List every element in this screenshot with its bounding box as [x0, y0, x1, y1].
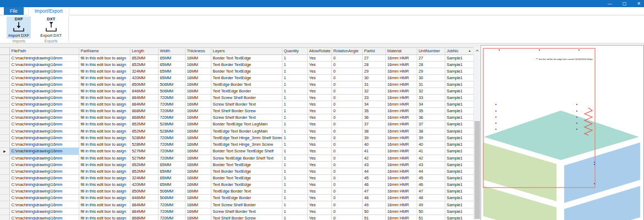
cell-Width[interactable]: 506MM: [158, 195, 185, 201]
cell-JobNo[interactable]: Sample1: [445, 155, 473, 161]
cell-Quantity[interactable]: 1: [282, 182, 307, 188]
cell-Width[interactable]: 528MM: [158, 128, 185, 134]
row-header[interactable]: [0, 195, 9, 201]
cell-FilePath[interactable]: C:\machining\drawing\16mm: [9, 81, 79, 87]
cell-AllowRotate[interactable]: Yes: [307, 168, 331, 175]
cell-Width[interactable]: 720MM: [158, 95, 185, 101]
column-header-AllowRotate[interactable]: AllowRotate: [307, 48, 331, 54]
cell-PartName[interactable]: fill in this edit box to asign: [79, 54, 130, 61]
cell-Quantity[interactable]: 1: [282, 175, 307, 182]
cell-PartId[interactable]: 32: [362, 87, 385, 94]
cell-Length[interactable]: 884MM: [130, 95, 158, 101]
cell-Thickness[interactable]: 16MM: [185, 81, 211, 87]
cell-Layers[interactable]: Text Shelf Border Screw: [211, 108, 282, 114]
cell-Layers[interactable]: Border Text Screw TextEdge Shelf: [211, 147, 282, 155]
cell-PartName[interactable]: fill in this edit box to asign: [79, 121, 130, 128]
cell-AllowRotate[interactable]: Yes: [307, 175, 331, 182]
grid-vertical-scrollbar[interactable]: [473, 47, 480, 220]
cell-Length[interactable]: 527MM: [130, 155, 158, 161]
cell-JobNo[interactable]: Sample1: [445, 95, 473, 101]
column-header-Layers[interactable]: Layers: [211, 48, 282, 54]
cell-JobNo[interactable]: Sample1: [445, 168, 473, 175]
cell-Width[interactable]: 65MM: [158, 68, 185, 74]
cell-FilePath[interactable]: C:\machining\drawing\16mm: [9, 195, 79, 201]
cell-RotationAngle[interactable]: 0: [331, 81, 362, 87]
cell-AllowRotate[interactable]: Yes: [307, 128, 331, 134]
cell-FilePath[interactable]: C:\machining\drawing\16mm: [9, 95, 79, 101]
cell-JobNo[interactable]: Sample1: [445, 101, 473, 108]
cell-PartName[interactable]: fill in this edit box to asign: [79, 114, 130, 121]
cell-RotationAngle[interactable]: 0: [331, 134, 362, 141]
cell-Material[interactable]: 16mm HMR: [385, 182, 417, 188]
cell-JobNo[interactable]: Sample1: [445, 175, 473, 182]
row-header[interactable]: [0, 215, 9, 220]
cell-PartName[interactable]: fill in this edit box to asign: [79, 201, 130, 208]
cell-FilePath[interactable]: C:\machining\drawing\16mm: [9, 108, 79, 114]
cell-AllowRotate[interactable]: Yes: [307, 195, 331, 201]
row-header[interactable]: [0, 54, 9, 61]
cell-PartId[interactable]: 45: [362, 175, 385, 182]
cell-Material[interactable]: 16mm HMR: [385, 161, 417, 168]
cell-Layers[interactable]: Text Border TextEdge: [211, 74, 282, 81]
cell-Thickness[interactable]: 16MM: [185, 195, 211, 201]
cell-Thickness[interactable]: 16MM: [185, 128, 211, 134]
tab-file[interactable]: File: [4, 7, 24, 15]
cell-Thickness[interactable]: 16MM: [185, 168, 211, 175]
cell-Length[interactable]: 884MM: [130, 201, 158, 208]
cell-PartId[interactable]: 48: [362, 195, 385, 201]
cell-Layers[interactable]: Screw Shelf Border Text: [211, 208, 282, 215]
cell-Material[interactable]: 16mm HMR: [385, 121, 417, 128]
cell-Width[interactable]: 65MM: [158, 54, 185, 61]
cell-JobNo[interactable]: Sample1: [445, 121, 473, 128]
cell-PartName[interactable]: fill in this edit box to asign: [79, 208, 130, 215]
column-header-FilePath[interactable]: FilePath: [9, 48, 79, 54]
cell-AllowRotate[interactable]: Yes: [307, 134, 331, 141]
cell-Thickness[interactable]: 16MM: [185, 141, 211, 147]
cell-Material[interactable]: 16mm HMR: [385, 147, 417, 155]
cell-Material[interactable]: 16mm HMR: [385, 61, 417, 68]
cell-Length[interactable]: 846MM: [130, 195, 158, 201]
cell-PartName[interactable]: fill in this edit box to asign: [79, 61, 130, 68]
cell-AllowRotate[interactable]: Yes: [307, 87, 331, 94]
row-header[interactable]: [0, 175, 9, 182]
cell-Quantity[interactable]: 1: [282, 155, 307, 161]
cell-UnitNumber[interactable]: 27: [417, 54, 445, 61]
scroll-up-button[interactable]: [474, 47, 480, 54]
cell-PartId[interactable]: 35: [362, 108, 385, 114]
cell-FilePath[interactable]: C:\machining\drawing\16mm: [9, 128, 79, 134]
cell-UnitNumber[interactable]: 36: [417, 114, 445, 121]
cell-RotationAngle[interactable]: 0: [331, 141, 362, 147]
cell-UnitNumber[interactable]: 47: [417, 188, 445, 195]
row-header[interactable]: [0, 87, 9, 94]
cell-PartId[interactable]: 40: [362, 141, 385, 147]
cell-Quantity[interactable]: 1: [282, 68, 307, 74]
tab-import-export[interactable]: Import/Export: [28, 7, 69, 15]
cell-PartId[interactable]: 46: [362, 182, 385, 188]
row-header[interactable]: [0, 121, 9, 128]
cell-Layers[interactable]: Text Border TextEdge: [211, 61, 282, 68]
cell-Thickness[interactable]: 16MM: [185, 215, 211, 220]
cell-Thickness[interactable]: 16MM: [185, 68, 211, 74]
cell-UnitNumber[interactable]: 51: [417, 215, 445, 220]
cell-Quantity[interactable]: 1: [282, 188, 307, 195]
row-header[interactable]: [0, 188, 9, 195]
cell-RotationAngle[interactable]: 0: [331, 215, 362, 220]
cell-Quantity[interactable]: 1: [282, 108, 307, 114]
cell-PartName[interactable]: fill in this edit box to asign: [79, 74, 130, 81]
cell-AllowRotate[interactable]: Yes: [307, 121, 331, 128]
cell-Length[interactable]: 850MM: [130, 81, 158, 87]
cell-PartName[interactable]: fill in this edit box to asign: [79, 81, 130, 87]
cell-RotationAngle[interactable]: 0: [331, 168, 362, 175]
cell-FilePath[interactable]: C:\machining\drawing\16mm: [9, 101, 79, 108]
cell-JobNo[interactable]: Sample1: [445, 141, 473, 147]
cell-FilePath[interactable]: C:\machining\drawing\16mm: [9, 87, 79, 94]
cell-JobNo[interactable]: Sample1: [445, 87, 473, 94]
row-header[interactable]: [0, 114, 9, 121]
cell-Layers[interactable]: Border Text TextEdge: [211, 161, 282, 168]
cell-JobNo[interactable]: Sample1: [445, 188, 473, 195]
cell-Thickness[interactable]: 16MM: [185, 188, 211, 195]
cell-UnitNumber[interactable]: 28: [417, 61, 445, 68]
cell-Layers[interactable]: Text Screw Shelf Border: [211, 201, 282, 208]
cell-Length[interactable]: 324MM: [130, 175, 158, 182]
cell-Material[interactable]: 16mm HMR: [385, 215, 417, 220]
